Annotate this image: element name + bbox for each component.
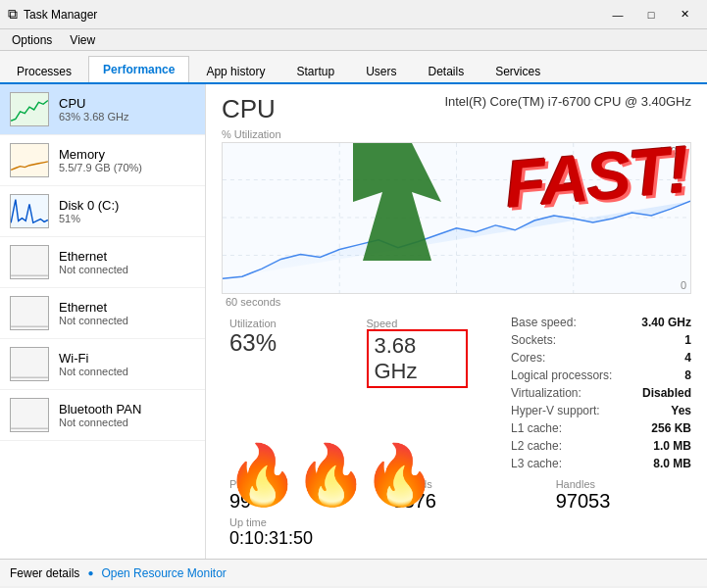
sidebar-ethernet1-subtitle: Not connected (59, 264, 195, 275)
handles-value: 97053 (556, 490, 683, 513)
sidebar-minimap-cpu (10, 92, 49, 126)
uptime-value: 0:10:31:50 (229, 528, 683, 549)
sidebar-ethernet2-subtitle: Not connected (59, 315, 195, 326)
sidebar: CPU 63% 3.68 GHz Memory 5.5/7.9 GB (70%) (0, 84, 206, 559)
handles-label: Handles (556, 478, 683, 490)
close-button[interactable]: ✕ (670, 5, 699, 24)
sidebar-minimap-ethernet1 (10, 245, 49, 279)
threads-label: Threads (392, 478, 520, 490)
sidebar-wifi-title: Wi-Fi (59, 351, 195, 366)
cores-key: Cores: (511, 351, 545, 365)
open-resource-monitor-link[interactable]: Open Resource Monitor (101, 566, 226, 580)
sidebar-disk-title: Disk 0 (C:) (59, 198, 195, 213)
sidebar-minimap-wifi (10, 347, 49, 381)
sidebar-item-disk[interactable]: Disk 0 (C:) 51% (0, 186, 205, 237)
speed-value: 3.68 GHz (375, 333, 418, 383)
speed-label: Speed (367, 318, 469, 329)
stat-utilization: Utilization 63% (222, 316, 339, 359)
menu-view[interactable]: View (62, 31, 103, 49)
svg-rect-0 (11, 93, 48, 125)
logical-key: Logical processors: (511, 368, 612, 382)
sockets-key: Sockets: (511, 333, 556, 347)
uptime-label: Up time (229, 516, 683, 528)
tab-startup[interactable]: Startup (281, 58, 349, 84)
maximize-button[interactable]: □ (636, 5, 666, 24)
info-panel-wrapper: Base speed: 3.40 GHz Sockets: 1 Cores: 4… (495, 316, 691, 474)
graph-y-label: % Utilization (222, 128, 281, 140)
sidebar-item-wifi[interactable]: Wi-Fi Not connected (0, 339, 205, 390)
utilization-value: 63% (229, 329, 331, 357)
sidebar-disk-info: Disk 0 (C:) 51% (59, 198, 195, 224)
title-bar-left: ⧉ Task Manager (8, 6, 97, 23)
threads-value: 3376 (392, 490, 520, 513)
fewer-details-button[interactable]: Fewer details (10, 566, 79, 580)
tab-processes[interactable]: Processes (2, 58, 86, 84)
stat-speed: Speed 3.68 GHz (359, 316, 477, 390)
sidebar-wifi-info: Wi-Fi Not connected (59, 351, 195, 377)
sidebar-ethernet1-info: Ethernet Not connected (59, 249, 195, 275)
sidebar-disk-subtitle: 51% (59, 213, 195, 224)
info-base-speed: Base speed: 3.40 GHz (511, 316, 691, 329)
main-layout: CPU 63% 3.68 GHz Memory 5.5/7.9 GB (70%) (0, 84, 707, 559)
sidebar-minimap-bluetooth (10, 398, 49, 432)
sidebar-item-ethernet1[interactable]: Ethernet Not connected (0, 237, 205, 288)
sidebar-cpu-info: CPU 63% 3.68 GHz (59, 96, 195, 122)
l1-val: 256 KB (651, 421, 691, 435)
sidebar-item-memory[interactable]: Memory 5.5/7.9 GB (70%) (0, 135, 205, 186)
svg-rect-9 (11, 399, 48, 431)
hyperv-val: Yes (671, 404, 691, 417)
sidebar-ethernet2-title: Ethernet (59, 300, 195, 315)
info-hyperv: Hyper-V support: Yes (511, 404, 691, 417)
menu-options[interactable]: Options (4, 31, 60, 49)
info-l3cache: L3 cache: 8.0 MB (511, 457, 691, 470)
sidebar-minimap-disk (10, 194, 49, 228)
stat-processes: Processes 99 (222, 478, 365, 513)
uptime-row: Up time 0:10:31:50 (222, 516, 691, 549)
sidebar-bluetooth-subtitle: Not connected (59, 416, 195, 428)
l3-key: L3 cache: (511, 457, 562, 470)
sidebar-cpu-title: CPU (59, 96, 195, 111)
graph-seconds-label: 60 seconds (222, 296, 691, 308)
sidebar-item-ethernet2[interactable]: Ethernet Not connected (0, 288, 205, 339)
svg-rect-7 (11, 348, 48, 380)
tab-users[interactable]: Users (351, 58, 411, 84)
info-l2cache: L2 cache: 1.0 MB (511, 439, 691, 453)
sidebar-wifi-subtitle: Not connected (59, 366, 195, 377)
sidebar-minimap-ethernet2 (10, 296, 49, 330)
sidebar-memory-title: Memory (59, 147, 195, 162)
info-sockets: Sockets: 1 (511, 333, 691, 347)
tab-services[interactable]: Services (480, 58, 555, 84)
svg-rect-1 (11, 144, 48, 176)
l2-val: 1.0 MB (653, 439, 691, 453)
menu-bar: Options View (0, 29, 707, 51)
sidebar-bluetooth-title: Bluetooth PAN (59, 402, 195, 416)
content-area: CPU Intel(R) Core(TM) i7-6700 CPU @ 3.40… (206, 84, 707, 559)
sidebar-ethernet2-info: Ethernet Not connected (59, 300, 195, 326)
tab-details[interactable]: Details (413, 58, 479, 84)
minimize-button[interactable]: — (603, 5, 632, 24)
app-icon: ⧉ (8, 6, 18, 23)
cores-val: 4 (684, 351, 691, 365)
utilization-label: Utilization (229, 318, 331, 329)
tab-bar: Processes Performance App history Startu… (0, 51, 707, 84)
sidebar-memory-info: Memory 5.5/7.9 GB (70%) (59, 147, 195, 173)
cpu-graph: 100% 0 (222, 142, 691, 294)
sockets-val: 1 (684, 333, 691, 347)
virt-val: Disabled (642, 386, 691, 400)
l2-key: L2 cache: (511, 439, 562, 453)
tab-performance[interactable]: Performance (88, 56, 189, 84)
tab-apphistory[interactable]: App history (191, 58, 279, 84)
svg-rect-5 (11, 297, 48, 329)
cpu-title: CPU (222, 94, 276, 124)
sidebar-item-bluetooth[interactable]: Bluetooth PAN Not connected (0, 390, 205, 441)
l3-val: 8.0 MB (653, 457, 691, 470)
info-virtualization: Virtualization: Disabled (511, 386, 691, 400)
info-logical: Logical processors: 8 (511, 368, 691, 382)
sidebar-item-cpu[interactable]: CPU 63% 3.68 GHz (0, 84, 205, 135)
app-title: Task Manager (24, 8, 97, 22)
logical-val: 8 (684, 368, 691, 382)
info-panel: Base speed: 3.40 GHz Sockets: 1 Cores: 4… (495, 316, 691, 470)
stat-handles: Handles 97053 (548, 478, 691, 513)
processes-value: 99 (229, 490, 357, 513)
stat-threads: Threads 3376 (384, 478, 528, 513)
